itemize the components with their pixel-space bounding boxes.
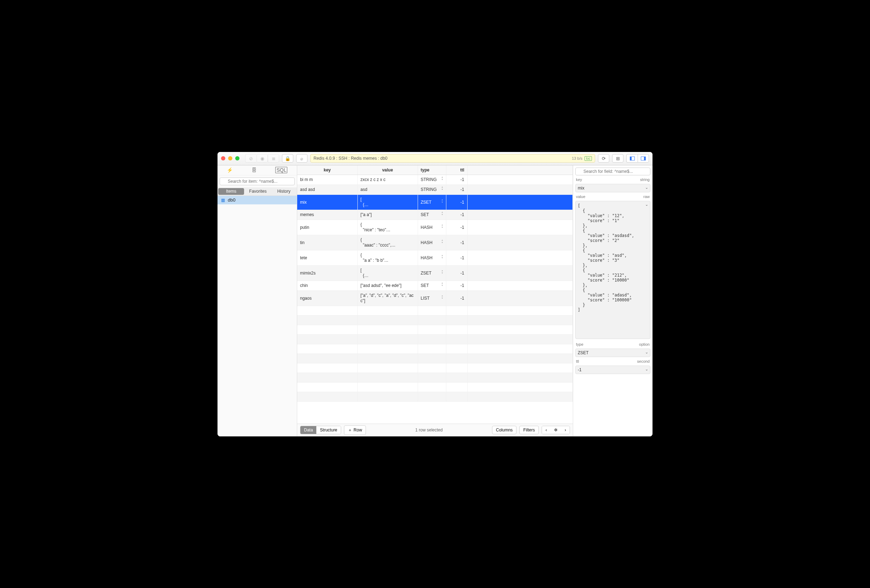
stepper-icon[interactable]: ˄˅ xyxy=(441,296,443,301)
table-row[interactable] xyxy=(297,306,573,315)
cell-key: ngaos xyxy=(297,290,358,306)
stepper-icon[interactable]: ˄˅ xyxy=(441,200,443,204)
table-row[interactable]: bi m mzxcx z c z x cSTRING˄˅-1 xyxy=(297,175,573,185)
table-row[interactable] xyxy=(297,353,573,363)
table-icon: ▦ xyxy=(221,198,225,202)
columns-button[interactable]: Columns xyxy=(492,426,517,434)
cell-spacer xyxy=(467,290,573,306)
settings-button[interactable]: ✲ xyxy=(550,426,561,434)
gear-icon: ✲ xyxy=(554,427,557,433)
insp-value-field[interactable]: [ { "value" : "12", "score" : "1" }, { "… xyxy=(575,201,650,339)
sidebar-search-input[interactable] xyxy=(220,177,295,185)
insp-ttl-label: ttl xyxy=(576,359,579,363)
chevron-down-icon[interactable]: ⌄ xyxy=(645,185,648,190)
zoom-icon[interactable] xyxy=(235,156,240,161)
stepper-icon[interactable]: ˄˅ xyxy=(441,213,443,217)
toggle-left-panel[interactable] xyxy=(626,154,638,162)
list-button[interactable]: ≣ xyxy=(268,154,279,162)
sidebar-item-db0[interactable]: ▦ db0 xyxy=(218,196,297,204)
table-row[interactable]: ngaos["a", "d", "c", "a", "d", "c", "ac … xyxy=(297,290,573,306)
cancel-button[interactable]: ⊘ xyxy=(245,154,256,162)
cell-value: ["a a"] xyxy=(358,210,418,220)
insp-type-field[interactable] xyxy=(575,348,650,357)
loc-badge: loc xyxy=(584,156,592,161)
cell-key: mimix2s xyxy=(297,265,358,281)
tab-history[interactable]: History xyxy=(271,188,297,195)
cell-type: ZSET˄˅ xyxy=(418,195,446,210)
prev-page-button[interactable]: ‹ xyxy=(542,426,550,434)
table-row[interactable] xyxy=(297,363,573,373)
footer: Data Structure ＋Row 1 row selected Colum… xyxy=(297,424,573,436)
cell-ttl: -1 xyxy=(446,185,467,195)
stepper-icon[interactable]: ˄˅ xyxy=(441,177,443,182)
col-spacer xyxy=(467,165,573,175)
table-row[interactable]: mimix2s[ {…ZSET˄˅-1 xyxy=(297,265,573,281)
insp-type-type: option xyxy=(639,342,650,347)
table-row[interactable] xyxy=(297,382,573,392)
next-page-button[interactable]: › xyxy=(561,426,570,434)
reload-button[interactable]: ⟳ xyxy=(598,154,609,162)
stepper-icon[interactable]: ˄˅ xyxy=(441,283,443,287)
seg-structure[interactable]: Structure xyxy=(316,426,341,434)
col-type[interactable]: type xyxy=(418,165,446,175)
col-ttl[interactable]: ttl xyxy=(446,165,467,175)
cell-spacer xyxy=(467,185,573,195)
reload-icon: ⟳ xyxy=(602,156,606,161)
col-key[interactable]: key xyxy=(297,165,358,175)
lock-button[interactable]: 🔒 xyxy=(282,154,293,162)
insp-ttl-field[interactable] xyxy=(575,366,650,374)
table-row[interactable]: putin{ "nice" : "teo"…HASH˄˅-1 xyxy=(297,220,573,235)
stepper-icon[interactable]: ˄˅ xyxy=(441,256,443,260)
cell-key: bi m m xyxy=(297,175,358,185)
app-window: ⊘ ◉ ≣ 🔒 ⌕ Redis 4.0.9 : SSH : Redis meme… xyxy=(218,152,652,436)
table-row[interactable]: asd asdasdSTRING˄˅-1 xyxy=(297,185,573,195)
table-row[interactable] xyxy=(297,315,573,325)
close-icon[interactable] xyxy=(221,156,225,161)
grid-button[interactable]: ⊞ xyxy=(612,154,623,162)
cell-ttl: -1 xyxy=(446,250,467,265)
table-row[interactable]: chin["asd adsd", "ee ede"]SET˄˅-1 xyxy=(297,281,573,290)
insp-value-type: raw xyxy=(643,195,650,199)
tab-favorites[interactable]: Favorites xyxy=(245,188,271,195)
plug-icon[interactable]: ⚡ xyxy=(227,167,233,173)
insp-key-field[interactable] xyxy=(575,184,650,192)
table-row[interactable] xyxy=(297,325,573,334)
chevron-down-icon[interactable]: ⌄ xyxy=(645,367,648,372)
inspector-search-input[interactable] xyxy=(575,168,650,175)
search-button[interactable]: ⌕ xyxy=(296,154,307,162)
cell-value: { "aaac" : "cccc",… xyxy=(358,235,418,250)
left-panel-icon xyxy=(630,156,635,161)
sql-icon[interactable]: SQL xyxy=(275,167,287,173)
table-row[interactable] xyxy=(297,344,573,353)
col-value[interactable]: value xyxy=(358,165,418,175)
cell-value: { "nice" : "teo"… xyxy=(358,220,418,235)
cell-key: tete xyxy=(297,250,358,265)
stepper-icon[interactable]: ˄˅ xyxy=(441,271,443,275)
cell-type: ZSET˄˅ xyxy=(418,265,446,281)
stepper-icon[interactable]: ˄˅ xyxy=(441,241,443,245)
table-row[interactable]: memes["a a"]SET˄˅-1 xyxy=(297,210,573,220)
database-icon[interactable]: 🗄 xyxy=(252,167,256,173)
chevron-down-icon[interactable]: ⌄ xyxy=(645,202,648,207)
table-row[interactable] xyxy=(297,392,573,401)
cell-key: tin xyxy=(297,235,358,250)
add-row-button[interactable]: ＋Row xyxy=(344,426,366,435)
insp-value-label: value xyxy=(576,195,585,199)
cell-value: [ {… xyxy=(358,195,418,210)
tab-items[interactable]: Items xyxy=(218,188,244,195)
toggle-right-panel[interactable] xyxy=(638,154,649,162)
minimize-icon[interactable] xyxy=(228,156,232,161)
stepper-icon[interactable]: ˄˅ xyxy=(441,188,443,192)
cell-value: [ {… xyxy=(358,265,418,281)
table-row[interactable] xyxy=(297,334,573,344)
table-row[interactable]: mix[ {…ZSET˄˅-1 xyxy=(297,195,573,210)
seg-data[interactable]: Data xyxy=(300,426,316,434)
table-row[interactable]: tete{ "a a" : "b b"…HASH˄˅-1 xyxy=(297,250,573,265)
chevron-down-icon[interactable]: ⌄ xyxy=(645,350,648,354)
preview-button[interactable]: ◉ xyxy=(256,154,268,162)
table-row[interactable] xyxy=(297,373,573,382)
filters-button[interactable]: Filters xyxy=(519,426,539,434)
table-row[interactable]: tin{ "aaac" : "cccc",…HASH˄˅-1 xyxy=(297,235,573,250)
stepper-icon[interactable]: ˄˅ xyxy=(441,225,443,229)
cell-ttl: -1 xyxy=(446,235,467,250)
